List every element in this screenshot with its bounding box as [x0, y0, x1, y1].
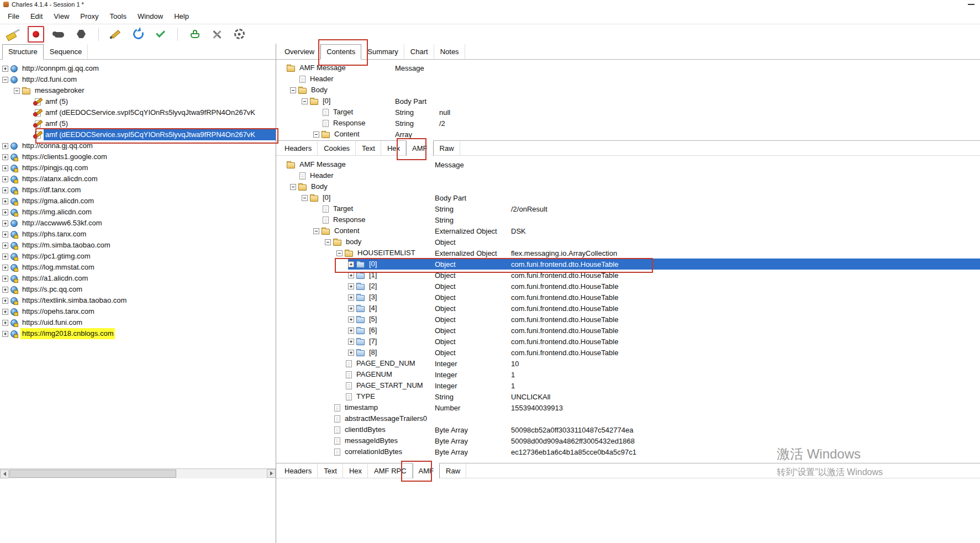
expand-toggle[interactable] [290, 184, 296, 190]
expand-toggle[interactable] [2, 320, 8, 326]
tree-row[interactable]: https://s.pc.qq.com [0, 284, 276, 295]
breakpoints-icon[interactable] [74, 27, 88, 41]
tree-row[interactable]: https://textlink.simba.taobao.com [0, 295, 276, 306]
tree-row[interactable]: messagebroker [0, 85, 276, 96]
tree-row[interactable]: Body [276, 85, 980, 96]
detail-tab-chart[interactable]: Chart [404, 44, 434, 59]
menu-tools[interactable]: Tools [104, 9, 132, 23]
tree-row[interactable]: http://accwww6.53kf.com [0, 218, 276, 229]
expand-toggle[interactable] [313, 131, 319, 138]
left-tab-structure[interactable]: Structure [2, 44, 44, 60]
tree-row[interactable]: [0]Body Part [276, 192, 980, 203]
tree-row[interactable]: https://img2018.cnblogs.com [0, 328, 276, 339]
expand-toggle[interactable] [2, 276, 8, 282]
tree-row[interactable]: https://phs.tanx.com [0, 229, 276, 240]
tree-row[interactable]: amf (dEEDOCService.svpI5CqYIOnRs5lyvqJtw… [0, 107, 276, 118]
tree-row[interactable]: ContentExternalized ObjectDSK [276, 225, 980, 236]
scroll-left-button[interactable] [0, 470, 9, 478]
menu-proxy[interactable]: Proxy [75, 9, 104, 23]
tree-row[interactable]: amf (dEEDOCService.svpI5CqYIOnRs5lyvqJtw… [0, 129, 276, 140]
compose-icon[interactable] [109, 27, 123, 41]
tree-row[interactable]: [7]Objectcom.funi.frontend.dto.HouseTabl… [276, 336, 980, 347]
tree-row[interactable]: ContentArray [276, 129, 980, 140]
expand-toggle[interactable] [14, 88, 20, 94]
tree-row[interactable]: https://img.alicdn.com [0, 207, 276, 218]
expand-toggle[interactable] [348, 328, 354, 334]
expand-toggle[interactable] [348, 283, 354, 289]
expand-toggle[interactable] [2, 231, 8, 238]
tools-wrench-icon[interactable] [210, 27, 224, 41]
expand-toggle[interactable] [325, 239, 331, 245]
tree-row[interactable]: https://pingjs.qq.com [0, 162, 276, 173]
expand-toggle[interactable] [336, 250, 343, 256]
tree-row[interactable]: https://pc1.gtimg.com [0, 251, 276, 262]
tree-row[interactable]: TargetStringnull [276, 107, 980, 118]
response-tab-amf[interactable]: AMF [413, 463, 440, 479]
menu-window[interactable]: Window [132, 9, 168, 23]
tree-row[interactable]: http://conna.gj.qq.com [0, 140, 276, 151]
expand-toggle[interactable] [348, 294, 354, 301]
expand-toggle[interactable] [302, 98, 308, 104]
detail-tab-overview[interactable]: Overview [278, 44, 320, 59]
tree-row[interactable]: https://log.mmstat.com [0, 262, 276, 273]
detail-tab-notes[interactable]: Notes [434, 44, 465, 59]
expand-toggle[interactable] [2, 165, 8, 171]
expand-toggle[interactable] [348, 305, 354, 312]
expand-toggle[interactable] [313, 228, 319, 234]
expand-toggle[interactable] [2, 66, 8, 72]
menu-edit[interactable]: Edit [25, 9, 48, 23]
response-tab-raw[interactable]: Raw [440, 463, 466, 478]
tree-row[interactable]: clientIdBytesByte Array50098cb52a0ff3033… [276, 424, 980, 435]
expand-toggle[interactable] [2, 77, 8, 83]
expand-toggle[interactable] [348, 272, 354, 278]
validate-icon[interactable] [153, 27, 167, 41]
tools-basket-icon[interactable] [188, 27, 202, 41]
tree-row[interactable]: https://gma.alicdn.com [0, 196, 276, 207]
scrollbar-thumb[interactable] [9, 470, 176, 478]
expand-toggle[interactable] [302, 195, 308, 201]
tree-row[interactable]: TYPEStringUNCLICKAll [276, 391, 980, 402]
tree-row[interactable]: TargetString/2/onResult [276, 203, 980, 214]
tree-row[interactable]: amf (5) [0, 118, 276, 129]
tree-row[interactable]: AMF MessageMessage [276, 62, 980, 73]
scroll-right-button[interactable] [267, 469, 276, 478]
tree-row[interactable]: http://cd.funi.com [0, 74, 276, 85]
throttle-icon[interactable] [52, 27, 66, 41]
tree-row[interactable]: [6]Objectcom.funi.frontend.dto.HouseTabl… [276, 325, 980, 336]
tree-row[interactable]: https://m.simba.taobao.com [0, 240, 276, 251]
expand-toggle[interactable] [2, 331, 8, 337]
response-tab-amf-rpc[interactable]: AMF RPC [368, 463, 413, 478]
detail-tab-summary[interactable]: Summary [361, 44, 404, 59]
tree-row[interactable]: [3]Objectcom.funi.frontend.dto.HouseTabl… [276, 292, 980, 303]
expand-toggle[interactable] [2, 265, 8, 271]
clear-session-icon[interactable] [6, 27, 20, 41]
tree-row[interactable]: PAGENUMInteger1 [276, 369, 980, 380]
tree-row[interactable]: https://atanx.alicdn.com [0, 173, 276, 184]
tree-row[interactable]: https://a1.alicdn.com [0, 273, 276, 284]
tree-row[interactable]: messageIdBytesByte Array50098d00d909a486… [276, 435, 980, 446]
tree-row[interactable]: [5]Objectcom.funi.frontend.dto.HouseTabl… [276, 314, 980, 325]
repeat-icon[interactable] [131, 27, 145, 41]
tree-row[interactable]: PAGE_END_NUMInteger10 [276, 358, 980, 369]
expand-toggle[interactable] [2, 254, 8, 260]
tree-row[interactable]: Header [276, 73, 980, 85]
tree-row[interactable]: [8]Objectcom.funi.frontend.dto.HouseTabl… [276, 347, 980, 358]
menu-help[interactable]: Help [168, 9, 194, 23]
request-tab-text[interactable]: Text [356, 141, 381, 156]
request-tab-cookies[interactable]: Cookies [318, 141, 356, 156]
tree-row[interactable]: [4]Objectcom.funi.frontend.dto.HouseTabl… [276, 303, 980, 314]
response-tab-text[interactable]: Text [318, 463, 343, 478]
tree-row[interactable]: PAGE_START_NUMInteger1 [276, 380, 980, 391]
expand-toggle[interactable] [2, 298, 8, 304]
expand-toggle[interactable] [2, 209, 8, 215]
expand-toggle[interactable] [348, 350, 354, 356]
expand-toggle[interactable] [2, 187, 8, 193]
tree-row[interactable]: [1]Objectcom.funi.frontend.dto.HouseTabl… [276, 270, 980, 281]
request-tab-raw[interactable]: Raw [434, 141, 460, 156]
response-tab-headers[interactable]: Headers [278, 463, 318, 478]
record-button[interactable] [28, 26, 44, 43]
expand-toggle[interactable] [2, 220, 8, 226]
settings-gear-icon[interactable] [232, 27, 246, 41]
tree-row[interactable]: https://df.tanx.com [0, 184, 276, 196]
menu-file[interactable]: File [2, 9, 25, 23]
